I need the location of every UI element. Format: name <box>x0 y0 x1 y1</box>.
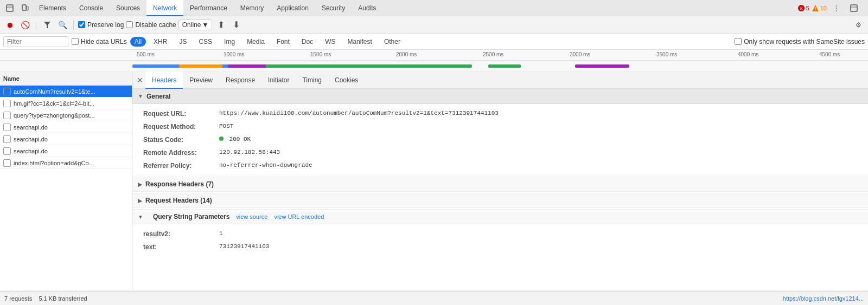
filter-type-media[interactable]: Media <box>242 37 269 47</box>
filter-type-all[interactable]: All <box>130 37 146 47</box>
view-source-link[interactable]: view source <box>236 213 267 220</box>
export-button[interactable]: ⬇ <box>229 18 242 31</box>
filter-type-js[interactable]: JS <box>175 37 191 47</box>
tick-3500ms: 3500 ms <box>656 51 677 57</box>
tab-response[interactable]: Response <box>219 72 261 89</box>
chevron-down-icon: ▼ <box>202 21 208 29</box>
list-item[interactable]: searchapi.do <box>0 145 132 157</box>
list-item[interactable]: query?type=zhongtong&post... <box>0 109 132 121</box>
tick-4000ms: 4000 ms <box>738 51 758 57</box>
error-badge[interactable]: ✕ 5 <box>797 4 809 12</box>
tick-500ms: 500 ms <box>137 51 155 57</box>
timeline-bar-purple2 <box>575 64 629 68</box>
more-icon[interactable]: ⋮ <box>829 1 844 16</box>
filter-type-other[interactable]: Other <box>380 37 405 47</box>
triangle-icon: ▼ <box>138 93 143 99</box>
general-section-header[interactable]: ▼ General <box>132 89 868 104</box>
filter-type-doc[interactable]: Doc <box>297 37 317 47</box>
param-resultv2-row: resultv2: 1 <box>143 228 857 241</box>
tick-1000ms: 1000 ms <box>224 51 244 57</box>
samesite-checkbox[interactable] <box>735 38 742 45</box>
hide-data-urls-label[interactable]: Hide data URLs <box>72 38 127 46</box>
list-header: Name <box>0 72 132 86</box>
list-item-icon <box>3 124 11 131</box>
tab-performance[interactable]: Performance <box>183 0 234 16</box>
network-throttle-select[interactable]: Online ▼ <box>178 20 213 30</box>
tick-2500ms: 2500 ms <box>483 51 503 57</box>
tab-cookies[interactable]: Cookies <box>328 72 365 89</box>
filter-type-font[interactable]: Font <box>272 37 294 47</box>
referrer-policy-row: Referrer Policy: no-referrer-when-downgr… <box>143 159 857 172</box>
toolbar: ⏺ 🚫 🔍 Preserve log Disable cache Online … <box>0 16 868 34</box>
samesite-label[interactable]: Only show requests with SameSite issues <box>735 38 865 46</box>
list-item[interactable]: searchapi.do <box>0 133 132 145</box>
record-button[interactable]: ⏺ <box>3 18 16 31</box>
tab-headers[interactable]: Headers <box>145 72 183 89</box>
filter-bar: Hide data URLs All XHR JS CSS Img Media … <box>0 34 868 50</box>
timeline-bar-green2 <box>488 64 521 68</box>
tab-application[interactable]: Application <box>270 0 315 16</box>
tick-4500ms: 4500 ms <box>819 51 840 57</box>
response-headers-section[interactable]: ▶ Response Headers (7) <box>132 177 868 192</box>
filter-type-img[interactable]: Img <box>220 37 239 47</box>
list-item-icon <box>3 88 11 95</box>
tick-1500ms: 1500 ms <box>310 51 331 57</box>
settings-button[interactable]: ⚙ <box>852 18 865 31</box>
import-button[interactable]: ⬆ <box>214 18 227 31</box>
disable-cache-label[interactable]: Disable cache <box>126 21 176 29</box>
search-button[interactable]: 🔍 <box>56 18 69 31</box>
triangle-icon: ▶ <box>138 181 142 187</box>
device-icon[interactable] <box>17 1 33 16</box>
status-dot <box>219 137 224 141</box>
request-list-panel: Name autoComNum?resultv2=1&te... hm.gif?… <box>0 72 132 290</box>
tab-timing[interactable]: Timing <box>296 72 328 89</box>
view-url-encoded-link[interactable]: view URL encoded <box>274 213 324 220</box>
warn-badge[interactable]: ! 10 <box>812 4 827 12</box>
query-params-section-header[interactable]: ▼ Query String Parameters view source vi… <box>132 209 868 224</box>
svg-rect-2 <box>22 5 26 10</box>
inspect-icon[interactable] <box>2 1 17 16</box>
tab-network[interactable]: Network <box>146 0 183 16</box>
param-text-row: text: 73123917441103 <box>143 241 857 254</box>
preserve-log-checkbox[interactable] <box>78 21 85 28</box>
list-item-icon <box>3 112 11 119</box>
preserve-log-label[interactable]: Preserve log <box>78 21 124 29</box>
top-right-controls: ✕ 5 ! 10 ⋮ <box>797 1 866 16</box>
request-headers-section[interactable]: ▶ Request Headers (14) <box>132 193 868 208</box>
timeline-bar-green <box>266 64 472 68</box>
tab-audits[interactable]: Audits <box>352 0 382 16</box>
tab-preview[interactable]: Preview <box>183 72 219 89</box>
tab-elements[interactable]: Elements <box>33 0 73 16</box>
detail-tabs: ✕ Headers Preview Response Initiator Tim… <box>132 72 868 89</box>
disable-cache-checkbox[interactable] <box>126 21 133 28</box>
filter-input[interactable] <box>3 36 68 47</box>
list-item[interactable]: searchapi.do <box>0 121 132 133</box>
svg-text:!: ! <box>814 6 816 11</box>
clear-button[interactable]: 🚫 <box>18 18 31 31</box>
filter-type-ws[interactable]: WS <box>321 37 340 47</box>
filter-type-css[interactable]: CSS <box>194 37 216 47</box>
undock-icon[interactable] <box>846 1 861 16</box>
tab-initiator[interactable]: Initiator <box>261 72 296 89</box>
list-item[interactable]: autoComNum?resultv2=1&te... <box>0 86 132 98</box>
request-method-row: Request Method: POST <box>143 120 857 133</box>
hide-data-urls-checkbox[interactable] <box>72 38 79 45</box>
list-item-icon <box>3 135 11 143</box>
close-detail-button[interactable]: ✕ <box>135 75 145 86</box>
tab-sources[interactable]: Sources <box>110 0 146 16</box>
request-url-row: Request URL: https://www.kuaidi100.com/a… <box>143 107 857 120</box>
filter-button[interactable] <box>41 18 54 31</box>
svg-rect-8 <box>851 5 857 11</box>
triangle-icon: ▶ <box>138 198 142 204</box>
list-item[interactable]: hm.gif?cc=1&ck=1&cl=24-bit... <box>0 98 132 109</box>
filter-type-xhr[interactable]: XHR <box>149 37 171 47</box>
list-item[interactable]: index.html?option=add&gCo... <box>0 157 132 169</box>
triangle-icon: ▼ <box>138 214 143 220</box>
tab-security[interactable]: Security <box>315 0 352 16</box>
tab-console[interactable]: Console <box>73 0 110 16</box>
query-params-content: resultv2: 1 text: 73123917441103 <box>132 224 868 257</box>
general-section: ▼ General Request URL: https://www.kuaid… <box>132 89 868 176</box>
tick-2000ms: 2000 ms <box>396 51 417 57</box>
tab-memory[interactable]: Memory <box>234 0 270 16</box>
filter-type-manifest[interactable]: Manifest <box>343 37 376 47</box>
